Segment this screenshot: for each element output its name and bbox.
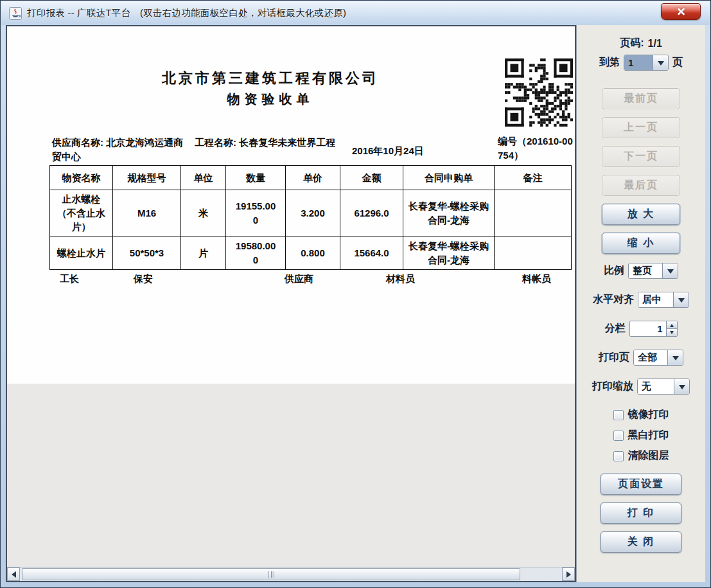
print-pages-dropdown-button[interactable] [667,350,683,365]
goto-page-combobox[interactable]: 1 [624,55,669,71]
next-page-button[interactable]: 下一页 [602,146,680,167]
clear-layer-checkbox[interactable] [613,451,624,461]
triangle-up-icon [670,322,674,327]
scale-dropdown-button[interactable] [662,263,678,278]
spinner-up-button[interactable] [667,321,677,329]
col-header: 数量 [226,166,286,190]
sign-material-clerk: 材料员 [386,273,415,285]
goto-page-value: 1 [624,55,653,70]
horizontal-scrollbar[interactable] [7,567,575,581]
cell-remark [495,190,572,236]
scale-row: 比例 整页 [577,263,705,279]
columns-spinner[interactable]: 1 [629,321,678,337]
cell-material: 螺栓止水片 [50,236,113,270]
print-pages-value: 全部 [634,350,667,365]
table-row: 螺栓止水片 50*50*3 片 19580.000 0.800 15664.0 … [50,236,572,270]
align-label: 水平对齐 [593,293,634,307]
title-bar: 打印报表 -- 广联达T平台 (双击右边功能面板空白处，对话框最大化或还原) [1,1,710,25]
bw-print-checkbox[interactable] [613,431,624,441]
columns-label: 分栏 [605,322,626,335]
cell-contract: 长春复华-螺栓采购合同-龙海 [403,190,495,236]
goto-page-dropdown-button[interactable] [653,55,668,70]
cell-unit: 米 [181,190,226,236]
zoom-out-button[interactable]: 缩 小 [602,233,680,254]
align-row: 水平对齐 居中 [577,292,705,308]
mirror-print-checkbox[interactable] [613,410,624,420]
arrow-left-icon [8,571,16,578]
close-window-button[interactable] [661,3,701,20]
scrollbar-track[interactable] [20,567,562,581]
col-header: 物资名称 [50,166,113,190]
align-combobox[interactable]: 居中 [638,292,689,308]
close-button[interactable]: 关 闭 [601,531,681,553]
last-page-button[interactable]: 最后页 [602,175,680,196]
goto-page-suffix: 页 [672,56,683,69]
page-number-row: 页码: 1/1 [577,37,705,50]
print-scale-combobox[interactable]: 无 [637,379,690,395]
cell-amount: 61296.0 [340,190,403,236]
page-setup-button[interactable]: 页面设置 [601,474,681,495]
window-title: 打印报表 -- 广联达T平台 (双击右边功能面板空白处，对话框最大化或还原) [27,7,346,19]
cell-unit: 片 [181,236,226,270]
col-header: 单位 [181,166,226,190]
supplier-name: 供应商名称: 北京龙海鸿运通商贸中心 [52,136,188,164]
print-button[interactable]: 打 印 [601,503,681,524]
col-header: 备注 [495,166,572,190]
print-scale-value: 无 [638,379,674,394]
scale-label: 比例 [604,264,624,278]
report-page: 北京市第三建筑工程有限公司 物资验收单 供应商名称: 北京龙海鸿运通商贸中心 工… [7,26,575,384]
scrollbar-thumb[interactable] [22,568,520,580]
cell-unit-price: 0.800 [286,236,340,270]
scale-value: 整页 [629,263,662,278]
col-header: 单价 [286,166,340,190]
project-name: 工程名称: 长春复华未来世界工程 [195,136,349,150]
scale-combobox[interactable]: 整页 [628,263,678,279]
goto-page-prefix: 到第 [599,56,620,69]
chevron-down-icon [672,356,679,364]
print-pages-combobox[interactable]: 全部 [633,350,683,366]
control-panel: 页码: 1/1 到第 1 页 最前页 上一页 下一页 最后页 放 大 缩 小 [576,25,705,582]
report-number: 编号（201610-00754） [498,134,575,163]
columns-value: 1 [630,321,666,336]
clear-layer-label: 清除图层 [628,449,669,463]
print-scale-row: 打印缩放 无 [577,379,705,395]
cell-spec: 50*50*3 [113,236,181,270]
col-header: 金额 [340,166,403,190]
scroll-right-button[interactable] [562,567,575,581]
company-name: 北京市第三建筑工程有限公司 [39,69,502,88]
goto-page-row: 到第 1 页 [577,55,705,71]
cell-quantity: 19580.000 [226,236,286,270]
sign-account-clerk: 料帐员 [522,273,551,285]
qr-code [504,58,574,127]
col-header: 合同申购单 [403,166,495,190]
cell-contract: 长春复华-螺栓采购合同-龙海 [403,236,495,270]
chevron-down-icon [678,298,685,306]
report-title: 物资验收单 [39,91,502,108]
scroll-left-button[interactable] [7,567,20,581]
sign-foreman: 工长 [60,273,79,285]
columns-row: 分栏 1 [577,321,705,337]
chevron-down-icon [658,61,664,69]
dialog-content: 北京市第三建筑工程有限公司 物资验收单 供应商名称: 北京龙海鸿运通商贸中心 工… [6,25,705,582]
sign-security: 保安 [134,273,153,285]
clear-layer-option: 清除图层 [577,449,705,463]
print-scale-label: 打印缩放 [592,380,633,393]
mirror-print-option: 镜像打印 [577,408,705,422]
thumb-grip-icon [268,571,274,578]
java-app-icon [9,7,22,20]
bw-print-label: 黑白打印 [628,429,669,442]
cell-amount: 15664.0 [340,236,403,270]
chevron-down-icon [679,385,685,393]
cell-unit-price: 3.200 [286,190,340,236]
print-pages-row: 打印页 全部 [577,350,705,366]
print-scale-dropdown-button[interactable] [674,379,689,394]
signature-row: 工长 保安 供应商 材料员 料帐员 [49,273,571,289]
table-header-row: 物资名称 规格型号 单位 数量 单价 金额 合同申购单 备注 [50,166,572,190]
zoom-in-button[interactable]: 放 大 [602,204,680,225]
first-page-button[interactable]: 最前页 [602,88,680,109]
align-value: 居中 [638,292,673,307]
align-dropdown-button[interactable] [673,292,689,307]
chevron-down-icon [667,269,674,277]
prev-page-button[interactable]: 上一页 [602,117,680,138]
spinner-down-button[interactable] [667,329,677,336]
